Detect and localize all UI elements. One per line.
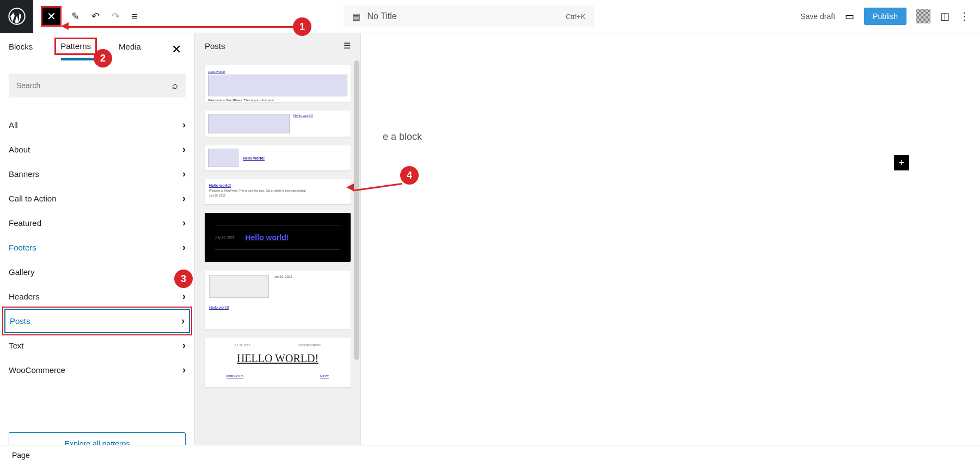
preview-title: Posts [205,41,225,51]
pattern-card[interactable]: Hello world! [205,111,351,137]
close-inserter-icon[interactable]: ✕ [171,42,186,57]
category-featured[interactable]: Featured› [9,211,186,235]
undo-icon[interactable]: ↶ [91,10,100,22]
pattern-card[interactable]: Hello world! [205,145,351,170]
editor-placeholder: e a block [383,131,422,143]
breadcrumb: Page [0,445,980,465]
annotation-marker-3: 3 [174,270,193,288]
document-overview-icon[interactable]: ≡ [132,11,138,22]
category-text[interactable]: Text› [9,333,186,358]
chevron-right-icon: › [182,364,186,376]
chevron-right-icon: › [181,315,185,327]
wp-logo[interactable] [0,0,33,33]
chevron-right-icon: › [182,242,186,253]
options-icon[interactable]: ⋮ [959,10,969,22]
chevron-right-icon: › [182,119,186,131]
pattern-card[interactable]: Hello world! Welcome to WordPress. This … [205,179,351,204]
search-input[interactable] [16,81,172,90]
redo-icon[interactable]: ↷ [112,10,120,22]
chevron-right-icon: › [182,193,186,204]
chevron-right-icon: › [182,168,186,180]
document-title-text: No Title [367,11,396,21]
pattern-card[interactable]: JUL 20, 2023UNCATEGORIZED HELLO WORLD! P… [205,338,351,387]
chevron-right-icon: › [182,144,186,155]
shortcut-label: Ctrl+K [566,13,585,21]
chevron-right-icon: › [182,340,186,351]
pattern-card[interactable]: July 20, 2023Hello world! [205,213,351,262]
tab-patterns[interactable]: Patterns [60,41,91,53]
document-title-button[interactable]: ▤ No Title Ctrl+K [344,5,594,27]
chevron-right-icon: › [182,291,186,302]
category-woocommerce[interactable]: WooCommerce› [9,358,186,382]
annotation-marker-2: 2 [94,49,112,68]
add-block-button[interactable]: + [894,155,909,170]
tab-media[interactable]: Media [119,42,141,58]
inserter-panel: Blocks Patterns Media ✕ ⌕ All› About› Ba… [0,33,195,465]
tools-icon[interactable]: ✎ [71,10,79,22]
tab-blocks[interactable]: Blocks [9,42,33,58]
category-call-to-action[interactable]: Call to Action› [9,186,186,211]
pattern-preview-panel: Posts ☰ Hello world! Welcome to WordPres… [195,33,361,465]
filter-icon[interactable]: ☰ [344,41,351,51]
chevron-right-icon: › [182,217,186,229]
annotation-arrowhead [61,22,69,30]
annotation-marker-4: 4 [400,166,419,185]
editor-canvas[interactable]: e a block + [361,33,980,465]
scrollbar[interactable] [354,60,359,360]
settings-panel-icon[interactable]: ◫ [940,10,950,22]
category-all[interactable]: All› [9,113,186,137]
category-headers[interactable]: Headers› [9,284,186,309]
category-banners[interactable]: Banners› [9,162,186,186]
category-gallery[interactable]: Gallery› [9,260,186,284]
preview-icon[interactable]: ▭ [845,10,854,22]
publish-button[interactable]: Publish [864,8,906,25]
pattern-card[interactable]: Hello world! Welcome to WordPress. This … [205,65,351,102]
annotation-arrow [67,26,293,28]
category-footers[interactable]: Footers› [9,235,186,260]
search-box[interactable]: ⌕ [9,74,186,97]
category-about[interactable]: About› [9,137,186,162]
search-icon: ⌕ [172,80,178,91]
page-icon: ▤ [352,11,360,22]
toggle-inserter-button[interactable]: ✕ [41,6,62,27]
pattern-card[interactable]: Jul 20, 2023 Hello world! [205,271,351,329]
annotation-marker-1: 1 [293,17,311,36]
breadcrumb-item[interactable]: Page [12,451,30,460]
category-posts[interactable]: Posts› [4,309,190,333]
annotation-arrowhead [346,183,354,191]
save-draft-button[interactable]: Save draft [800,12,835,21]
avatar[interactable] [916,9,930,23]
